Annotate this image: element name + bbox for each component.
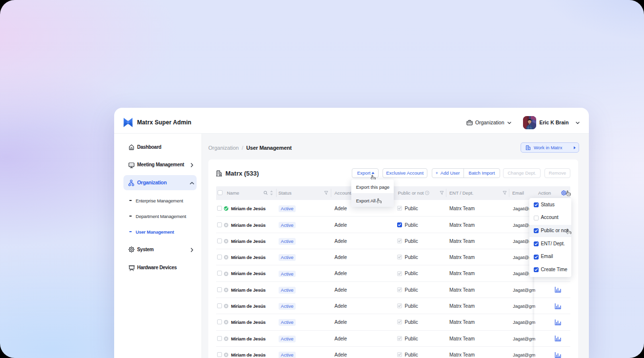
svg-text:?: ? <box>426 192 428 195</box>
